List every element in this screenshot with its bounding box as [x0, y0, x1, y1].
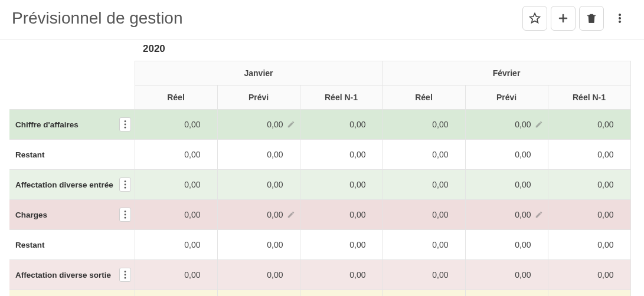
- more-vertical-icon: [124, 180, 126, 189]
- cell-value: 0,00: [184, 210, 200, 219]
- cell-value: 0,00: [267, 180, 283, 189]
- sub-header: Réel: [135, 85, 217, 110]
- cell-value: 0,00: [267, 150, 283, 159]
- header-actions: [522, 6, 632, 31]
- cell-value: 0,00: [267, 210, 283, 219]
- svg-point-13: [124, 274, 126, 276]
- cell-value: 0,00: [432, 270, 448, 279]
- value-cell: 0,00: [300, 260, 383, 290]
- row-menu-button[interactable]: [119, 177, 131, 192]
- content-area: 2020 Janvier Février Réel Prévi Réel N-1…: [0, 40, 644, 296]
- table-row: Résultat flash0,000,000,000,000,000,00: [9, 290, 630, 297]
- cell-value: 0,00: [184, 120, 200, 129]
- more-button[interactable]: [607, 6, 632, 31]
- row-label: Charges: [9, 200, 135, 230]
- edit-button[interactable]: [535, 211, 543, 219]
- cell-value: 0,00: [597, 150, 613, 159]
- cell-value: 0,00: [597, 210, 613, 219]
- value-cell: 0,00: [135, 140, 217, 170]
- value-cell: 0,00: [465, 110, 548, 140]
- svg-point-10: [124, 214, 126, 216]
- pencil-icon: [287, 211, 295, 219]
- svg-point-1: [619, 17, 620, 19]
- value-cell: 0,00: [548, 260, 630, 290]
- row-label-text: Restant: [15, 241, 45, 249]
- edit-button[interactable]: [287, 211, 295, 219]
- star-button[interactable]: [522, 6, 547, 31]
- value-cell: 0,00: [135, 110, 217, 140]
- add-button[interactable]: [551, 6, 576, 31]
- value-cell: 0,00: [135, 230, 217, 260]
- month-header: Février: [383, 61, 630, 85]
- table-row: Restant0,000,000,000,000,000,00: [9, 230, 630, 260]
- cell-value: 0,00: [267, 240, 283, 249]
- row-menu-button[interactable]: [119, 117, 131, 131]
- pencil-icon: [535, 120, 543, 129]
- edit-button[interactable]: [535, 120, 543, 129]
- table-row: Restant0,000,000,000,000,000,00: [9, 140, 630, 170]
- row-menu-button[interactable]: [119, 208, 131, 222]
- cell-value: 0,00: [349, 120, 365, 129]
- cell-value: 0,00: [597, 120, 613, 129]
- value-cell: 0,00: [548, 230, 630, 260]
- pencil-icon: [535, 211, 543, 219]
- svg-point-8: [124, 187, 126, 189]
- cell-value: 0,00: [515, 120, 531, 129]
- row-label: Chiffre d'affaires: [9, 110, 135, 140]
- value-cell: 0,00: [465, 290, 548, 297]
- more-vertical-icon: [124, 120, 126, 129]
- value-cell: 0,00: [383, 140, 465, 170]
- value-cell: 0,00: [383, 110, 465, 140]
- value-cell: 0,00: [300, 290, 383, 297]
- cell-value: 0,00: [515, 210, 531, 219]
- cell-value: 0,00: [349, 270, 365, 279]
- pencil-icon: [287, 120, 295, 129]
- plus-icon: [557, 12, 569, 24]
- cell-value: 0,00: [349, 150, 365, 159]
- cell-value: 0,00: [515, 240, 531, 249]
- more-vertical-icon: [614, 12, 626, 24]
- value-cell: 0,00: [300, 110, 383, 140]
- forecast-table: Janvier Février Réel Prévi Réel N-1 Réel…: [9, 61, 631, 296]
- cell-value: 0,00: [432, 210, 448, 219]
- value-cell: 0,00: [383, 260, 465, 290]
- svg-point-12: [124, 271, 126, 272]
- row-label: Restant: [9, 230, 135, 260]
- corner-header: [9, 61, 135, 110]
- value-cell: 0,00: [300, 140, 383, 170]
- svg-point-4: [124, 124, 126, 126]
- cell-value: 0,00: [184, 270, 200, 279]
- cell-value: 0,00: [432, 240, 448, 249]
- svg-point-2: [619, 21, 620, 22]
- cell-value: 0,00: [432, 180, 448, 189]
- cell-value: 0,00: [597, 270, 613, 279]
- value-cell: 0,00: [383, 200, 465, 230]
- row-label: Restant: [9, 140, 135, 170]
- cell-value: 0,00: [349, 240, 365, 249]
- row-menu-button[interactable]: [119, 268, 131, 282]
- svg-point-5: [124, 127, 126, 129]
- value-cell: 0,00: [300, 230, 383, 260]
- value-cell: 0,00: [383, 170, 465, 200]
- value-cell: 0,00: [465, 140, 548, 170]
- year-label: 2020: [9, 40, 644, 61]
- delete-button[interactable]: [579, 6, 604, 31]
- sub-header: Réel: [383, 85, 465, 110]
- edit-button[interactable]: [287, 120, 295, 129]
- row-label-text: Affectation diverse entrée: [15, 180, 113, 189]
- value-cell: 0,00: [217, 230, 300, 260]
- value-cell: 0,00: [135, 260, 217, 290]
- table-row: Chiffre d'affaires0,000,000,000,000,000,…: [9, 110, 630, 140]
- cell-value: 0,00: [597, 180, 613, 189]
- cell-value: 0,00: [349, 180, 365, 189]
- value-cell: 0,00: [548, 140, 630, 170]
- value-cell: 0,00: [465, 170, 548, 200]
- table-wrap: Janvier Février Réel Prévi Réel N-1 Réel…: [9, 61, 644, 296]
- table-row: Affectation diverse sortie0,000,000,000,…: [9, 260, 630, 290]
- value-cell: 0,00: [217, 170, 300, 200]
- row-label-text: Affectation diverse sortie: [15, 271, 111, 279]
- value-cell: 0,00: [300, 170, 383, 200]
- more-vertical-icon: [124, 211, 126, 219]
- cell-value: 0,00: [267, 120, 283, 129]
- sub-header: Prévi: [465, 85, 548, 110]
